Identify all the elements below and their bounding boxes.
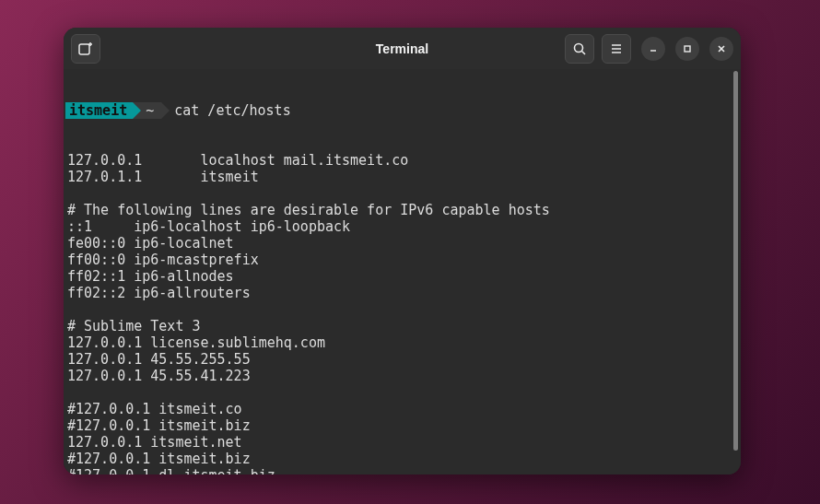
titlebar-left: [71, 34, 100, 64]
output-line: 127.0.1.1 itsmeit: [65, 169, 741, 185]
output-line: #127.0.0.1 dl.itsmeit.biz: [65, 467, 741, 475]
svg-rect-0: [79, 44, 89, 54]
close-icon: [716, 43, 727, 54]
output-line: #127.0.0.1 itsmeit.biz: [65, 451, 741, 467]
output-line: #127.0.0.1 itsmeit.co: [65, 401, 741, 417]
output-line: 127.0.0.1 localhost mail.itsmeit.co: [65, 152, 741, 169]
output-line: # The following lines are desirable for …: [65, 202, 741, 218]
output-line: 127.0.0.1 license.sublimehq.com: [65, 334, 741, 351]
output-line: ff00::0 ip6-mcastprefix: [65, 252, 741, 268]
output-line: #127.0.0.1 itsmeit.biz: [65, 417, 741, 434]
maximize-button[interactable]: [675, 37, 699, 61]
output-line: ::1 ip6-localhost ip6-loopback: [65, 218, 741, 235]
new-tab-icon: [77, 41, 94, 57]
svg-point-3: [575, 43, 583, 52]
titlebar: Terminal: [64, 28, 741, 69]
window-title: Terminal: [376, 41, 428, 56]
search-icon: [572, 41, 587, 56]
output-line: 127.0.0.1 45.55.255.55: [65, 351, 741, 368]
output-line: ff02::2 ip6-allrouters: [65, 285, 741, 301]
close-button[interactable]: [709, 37, 733, 61]
hamburger-icon: [609, 41, 624, 56]
output-line: [65, 301, 741, 318]
search-button[interactable]: [565, 34, 594, 64]
menu-button[interactable]: [602, 34, 631, 64]
titlebar-right: [565, 34, 733, 64]
output-line: [65, 185, 741, 202]
svg-line-4: [582, 51, 586, 54]
scrollbar[interactable]: [733, 71, 738, 451]
svg-rect-9: [685, 46, 690, 52]
terminal-window: Terminal: [64, 28, 741, 475]
prompt-line: itsmeit ~ cat /etc/hosts: [65, 102, 741, 119]
minimize-icon: [648, 43, 659, 54]
command-text: cat /etc/hosts: [174, 102, 290, 119]
output-line: fe00::0 ip6-localnet: [65, 235, 741, 252]
new-tab-button[interactable]: [71, 34, 100, 64]
output-line: 127.0.0.1 itsmeit.net: [65, 434, 741, 451]
prompt-host: itsmeit: [65, 102, 133, 119]
output-line: # Sublime Text 3: [65, 318, 741, 334]
terminal-area[interactable]: itsmeit ~ cat /etc/hosts 127.0.0.1 local…: [64, 69, 741, 475]
terminal-content: itsmeit ~ cat /etc/hosts 127.0.0.1 local…: [64, 69, 741, 475]
minimize-button[interactable]: [641, 37, 665, 61]
output-line: ff02::1 ip6-allnodes: [65, 268, 741, 285]
maximize-icon: [682, 43, 693, 54]
output-container: 127.0.0.1 localhost mail.itsmeit.co127.0…: [65, 152, 741, 475]
output-line: [65, 384, 741, 401]
output-line: 127.0.0.1 45.55.41.223: [65, 368, 741, 384]
